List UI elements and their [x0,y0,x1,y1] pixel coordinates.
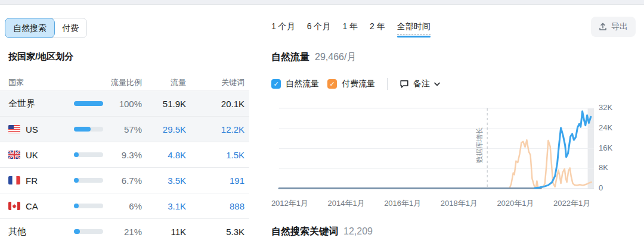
traffic-analytics-page: 自然搜索 付费 按国家/地区划分 国家 流量比例 流量 关键词 全世界 100%… [0,0,644,244]
traffic-share-bar [74,127,103,132]
country-label: US [26,124,38,134]
header-traffic: 流量 [142,77,186,88]
keywords-link[interactable]: 191 [186,176,244,186]
traffic-value: 11K [142,227,186,237]
database-growth-label: 数据库增长 [475,127,484,163]
legend-organic-label: 自然流量 [286,79,319,89]
header-country: 国家 [8,77,74,88]
country-label: CA [26,201,38,211]
countries-table: 国家 流量比例 流量 关键词 全世界 100% 51.9K 20.1K US [0,74,249,244]
time-range-tabs: 1 个月 6 个月 1 年 2 年 全部时间 [271,21,431,35]
share-value: 57% [103,124,142,134]
country-label: 其他 [8,226,26,237]
tab-2-years[interactable]: 2 年 [370,21,385,34]
fr-flag-icon [8,176,20,184]
traffic-link[interactable]: 3.1K [142,201,186,211]
table-header-row: 国家 流量比例 流量 关键词 [0,74,249,91]
tab-1-year[interactable]: 1 年 [342,21,358,34]
paid-checkbox[interactable]: ✓ [327,79,337,89]
country-label: 全世界 [8,98,35,110]
upload-icon [599,23,607,31]
y-axis-tick: 0 [599,183,625,194]
uk-flag-icon [8,151,20,159]
header-keywords: 关键词 [186,77,244,88]
traffic-per-month-value: 29,466/月 [315,52,356,62]
chevron-down-icon [434,82,440,86]
chart-legend: ✓ 自然流量 ✓ 付费流量 备注 [271,78,440,90]
x-axis-tick: 2012年1月 [266,198,314,209]
note-bubble-icon [400,79,409,89]
organic-traffic-title: 自然流量29,466/月 [271,51,356,64]
search-type-toggle: 自然搜索 付费 [5,18,87,38]
x-axis-tick: 2020年1月 [491,198,539,209]
x-axis-tick: 2022年1月 [548,198,596,209]
table-row-uk[interactable]: UK 9.3% 4.8K 1.5K [0,142,249,168]
tab-6-months[interactable]: 6 个月 [307,21,331,34]
notes-label: 备注 [413,79,430,89]
y-axis-tick: 32K [599,103,625,114]
header-traffic-share: 流量比例 [74,77,142,88]
x-axis-tick: 2014年1月 [323,198,370,209]
traffic-share-bar [74,229,103,234]
share-value: 6% [103,201,142,211]
table-row-us[interactable]: US 57% 29.5K 12.2K [0,117,249,142]
traffic-trend-chart[interactable]: 数据库增长 [279,108,594,189]
traffic-link[interactable]: 29.5K [142,124,186,134]
y-axis-tick: 8K [599,163,625,174]
keywords-link[interactable]: 888 [186,201,244,211]
share-value: 6.7% [103,176,142,186]
countries-section-title: 按国家/地区划分 [8,51,73,62]
table-row-ca[interactable]: CA 6% 3.1K 888 [0,193,249,219]
ca-flag-icon [8,202,20,210]
country-label: UK [26,150,38,160]
keywords-link[interactable]: 1.5K [186,150,244,160]
table-row-fr[interactable]: FR 6.7% 3.5K 191 [0,168,249,193]
us-flag-icon [8,125,20,133]
paid-traffic-line [510,140,592,188]
organic-checkbox[interactable]: ✓ [271,79,281,89]
export-label: 导出 [611,21,628,32]
legend-organic[interactable]: ✓ 自然流量 [271,79,319,89]
keywords-link[interactable]: 12.2K [186,124,244,134]
organic-keywords-count: 12,209 [343,226,373,236]
organic-keywords-title: 自然搜索关键词12,209 [271,226,373,238]
share-value: 9.3% [103,150,142,160]
traffic-share-bar [74,101,103,106]
tab-all-time[interactable]: 全部时间 [397,21,431,35]
traffic-link[interactable]: 4.8K [142,150,186,160]
toggle-organic-search[interactable]: 自然搜索 [5,18,55,38]
table-row-others: 其他 21% 11K 5.3K [0,219,249,244]
traffic-share-bar [74,152,103,157]
legend-paid[interactable]: ✓ 付费流量 [327,79,375,89]
country-label: FR [26,176,38,186]
y-axis-tick: 16K [599,143,625,154]
tab-1-month[interactable]: 1 个月 [271,21,295,34]
x-axis-tick: 2018年1月 [435,198,483,209]
x-axis-tick: 2016年1月 [379,198,426,209]
traffic-share-bar [74,204,103,208]
legend-divider [387,78,388,90]
traffic-value: 51.9K [142,99,186,109]
y-axis-tick: 24K [599,123,625,134]
legend-paid-label: 付费流量 [342,79,375,89]
notes-control[interactable]: 备注 [400,79,440,89]
keywords-value: 5.3K [186,227,244,237]
traffic-share-bar [74,178,103,183]
traffic-link[interactable]: 3.5K [142,176,186,186]
share-value: 100% [103,99,142,109]
export-button[interactable]: 导出 [591,17,636,37]
keywords-value: 20.1K [186,99,244,109]
share-value: 21% [103,227,142,237]
top-divider-strip [0,0,644,5]
table-row-worldwide: 全世界 100% 51.9K 20.1K [0,91,249,117]
toggle-paid[interactable]: 付费 [54,18,86,37]
